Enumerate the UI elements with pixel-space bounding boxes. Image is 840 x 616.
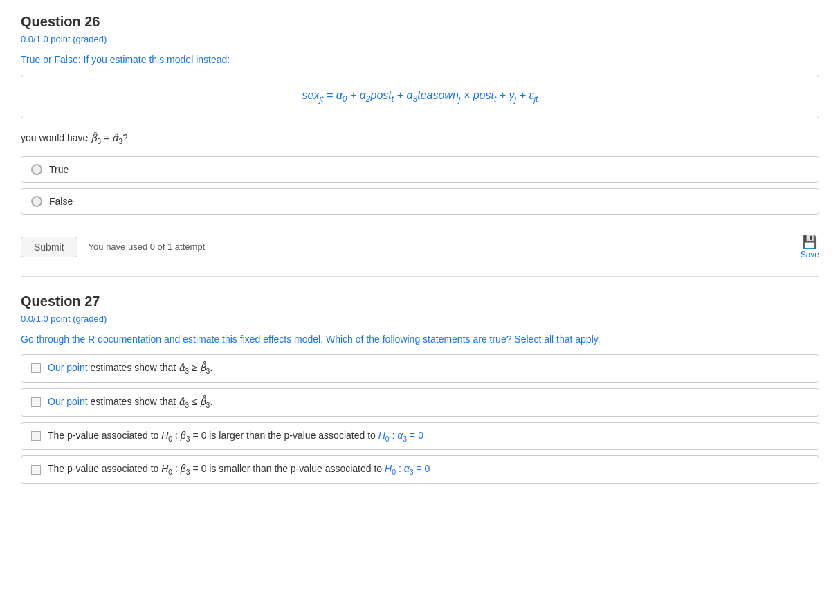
q27-checkbox-3[interactable] <box>31 431 41 441</box>
q27-option-1[interactable]: Our point estimates show that α̂3 ≥ β̂3. <box>21 354 819 383</box>
q27-question-part2: Which of the following statements are tr… <box>326 334 601 345</box>
q26-save-area[interactable]: 💾 Save <box>801 235 819 260</box>
q27-checkbox-4[interactable] <box>31 465 41 475</box>
q26-formula-box: sexjt = α0 + α2postt + α3teasownj × post… <box>21 75 819 118</box>
q26-title: Question 26 <box>21 14 819 30</box>
q27-option-4[interactable]: The p-value associated to H0 : β3 = 0 is… <box>21 455 819 484</box>
q26-points: 0.0/1.0 point (graded) <box>21 34 819 44</box>
q27-option-2[interactable]: Our point estimates show that α̂3 ≤ β̂3. <box>21 388 819 417</box>
q26-radio-false[interactable] <box>31 196 42 207</box>
q26-option-true-label: True <box>49 164 69 175</box>
divider <box>21 276 819 277</box>
q27-option-2-label: Our point estimates show that α̂3 ≤ β̂3. <box>48 396 212 409</box>
q27-title: Question 27 <box>21 293 819 309</box>
q26-formula: sexjt = α0 + α2postt + α3teasownj × post… <box>302 89 538 101</box>
q26-submit-button[interactable]: Submit <box>21 237 77 257</box>
q27-option-3-label: The p-value associated to H0 : β3 = 0 is… <box>48 430 423 443</box>
q27-option-3[interactable]: The p-value associated to H0 : β3 = 0 is… <box>21 422 819 451</box>
question-27: Question 27 0.0/1.0 point (graded) Go th… <box>21 293 819 484</box>
q26-save-label: Save <box>801 250 819 260</box>
q27-checkbox-2[interactable] <box>31 397 41 407</box>
q27-option-1-label: Our point estimates show that α̂3 ≥ β̂3. <box>48 362 212 375</box>
q26-question-text: True or False: If you estimate this mode… <box>21 54 819 65</box>
q26-option-true[interactable]: True <box>21 156 819 183</box>
question-26: Question 26 0.0/1.0 point (graded) True … <box>21 14 819 260</box>
q26-sub-question: you would have β̂3 = α̂3? <box>21 132 819 145</box>
q27-points: 0.0/1.0 point (graded) <box>21 314 819 324</box>
q27-checkbox-1[interactable] <box>31 363 41 373</box>
q27-question-part1: Go through the R documentation and estim… <box>21 334 323 345</box>
q26-option-false-label: False <box>49 196 73 207</box>
q27-question-text: Go through the R documentation and estim… <box>21 334 819 345</box>
save-icon: 💾 <box>802 235 817 250</box>
q26-radio-true[interactable] <box>31 164 42 175</box>
q26-option-false[interactable]: False <box>21 188 819 215</box>
q26-submit-row: Submit You have used 0 of 1 attempt 💾 Sa… <box>21 226 819 260</box>
q27-option-4-label: The p-value associated to H0 : β3 = 0 is… <box>48 463 430 476</box>
q26-attempt-text: You have used 0 of 1 attempt <box>89 242 789 252</box>
